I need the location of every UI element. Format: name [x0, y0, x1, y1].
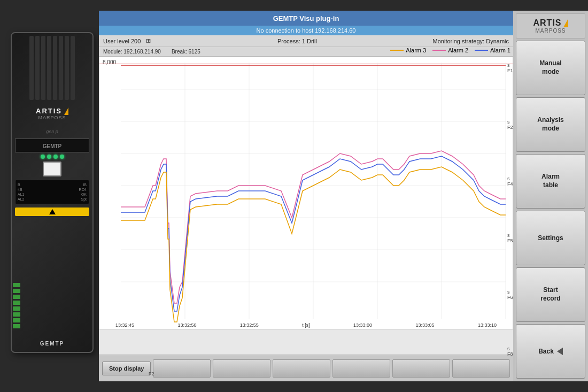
toolbar-empty-1 [153, 359, 211, 378]
device-bottom-label: GEMTP [40, 341, 65, 347]
device-body: ARTIS MARPOSS gen p GEMTP B [11, 32, 94, 353]
conn-pin-3 [13, 295, 20, 299]
back-arrow-icon [557, 348, 563, 355]
device-brand-area: ARTIS MARPOSS [12, 103, 92, 125]
title-bar: GEMTP Visu plug-in [99, 11, 513, 26]
x-label-unit: t [s] [302, 322, 310, 328]
logo-row: ARTIS [521, 18, 581, 28]
x-label-3: 13:32:55 [240, 322, 259, 328]
app-title: GEMTP Visu plug-in [273, 14, 339, 22]
right-sidebar: ARTIS MARPOSS sF1 Manualmode sF2 Analysi… [513, 11, 588, 381]
conn-pin-8 [13, 324, 20, 328]
f2-label: F2 [149, 371, 154, 376]
legend-alarm2: Alarm 2 [432, 47, 468, 53]
alarm1-line [475, 50, 488, 51]
f6-key-label: sF6 [507, 289, 513, 300]
stop-display-button[interactable]: Stop display [102, 362, 151, 375]
warning-triangle-icon [49, 209, 56, 214]
alarm-table-button[interactable]: Alarmtable [516, 154, 585, 209]
main-screen: GEMTP Visu plug-in No connection to host… [99, 11, 513, 381]
settings-label: Settings [538, 234, 563, 242]
ch-ok: OK [81, 193, 87, 196]
alarm-table-wrapper: sF4 Alarmtable [516, 154, 585, 209]
conn-pin-7 [13, 318, 20, 322]
x-label-2: 13:32:50 [177, 322, 196, 328]
toolbar-empty-3 [273, 359, 330, 378]
conn-pin-2 [13, 289, 20, 293]
ch-al1: AL1 [18, 193, 24, 196]
x-label-1: 13:32:45 [115, 322, 134, 328]
x-label-6: 13:33:10 [478, 322, 497, 328]
stop-display-label: Stop display [109, 365, 144, 372]
chart-area: 8,000 [99, 57, 513, 329]
light-2 [47, 155, 51, 159]
toolbar-empty-6 [452, 359, 510, 378]
legend-alarm3: Alarm 3 [390, 47, 426, 53]
model-text: GEMTP [43, 143, 62, 149]
alarm1-label: Alarm 1 [490, 47, 510, 53]
ch-4b: 4B [18, 188, 22, 191]
start-record-button[interactable]: Startrecord [516, 267, 585, 322]
back-button[interactable]: Back [516, 324, 585, 379]
light-1 [41, 155, 45, 159]
chart-legend: Alarm 3 Alarm 2 Alarm 1 [390, 47, 510, 53]
channel-area: B IB 4B RO4 AL1 OK AL2 Spt [15, 180, 89, 204]
alarm2-line [432, 50, 446, 51]
manual-mode-wrapper: sF1 Manualmode [516, 41, 585, 95]
analysis-mode-label: Analysismode [537, 116, 563, 132]
settings-wrapper: sF5 Settings [516, 211, 585, 265]
x-axis-labels: 13:32:45 13:32:50 13:32:55 t [s] 13:33:0… [99, 322, 513, 328]
ch-b: B [18, 183, 20, 187]
bottom-toolbar: Stop display F2 [99, 355, 513, 381]
green-connectors-left [12, 281, 21, 330]
conn-pin-5 [13, 306, 20, 311]
conn-pin-6 [13, 312, 20, 317]
process-info: Process: 1 Drill [161, 38, 432, 44]
artis-triangle-icon [64, 107, 68, 115]
gen-logo: gen p [12, 125, 92, 136]
monitoring-strategy: Monitoring strategy: Dynamic [433, 38, 509, 44]
ethernet-port [43, 162, 61, 176]
x-label-5: 13:33:05 [416, 322, 435, 328]
settings-button[interactable]: Settings [516, 211, 585, 265]
ch-spt: Spt [81, 197, 87, 201]
f8-key-label: sF8 [507, 346, 513, 357]
start-record-label: Startrecord [540, 286, 560, 302]
connection-status-bar: No connection to host 192.168.214.60 [99, 26, 513, 35]
toolbar-empty-2 [213, 359, 270, 378]
indicator-lights [12, 155, 92, 159]
user-level: User level 200 [103, 38, 141, 44]
analysis-mode-wrapper: sF2 Analysismode [516, 97, 585, 152]
channel-labels: B IB 4B RO4 AL1 OK AL2 Spt [18, 182, 87, 202]
chart-grid-svg [99, 57, 513, 329]
f4-key-label: sF4 [507, 176, 513, 187]
windows-icon: ⊞ [146, 37, 151, 44]
sidebar-triangle-icon [563, 19, 568, 27]
manual-mode-button[interactable]: Manualmode [516, 41, 585, 95]
x-label-4: 13:33:00 [353, 322, 372, 328]
sidebar-brand: ARTIS [533, 18, 562, 28]
toolbar-empty-4 [332, 359, 390, 378]
light-4 [60, 155, 64, 159]
connection-status-text: No connection to host 192.168.214.60 [257, 27, 356, 34]
heatsink-fins [12, 33, 92, 103]
manual-mode-label: Manualmode [539, 59, 561, 75]
legend-alarm1: Alarm 1 [475, 47, 510, 53]
device-brand-text: ARTIS [36, 107, 62, 115]
gen-text: gen p [46, 129, 58, 134]
module-info: Module: 192.168.214.90 [103, 49, 161, 55]
header-row: User level 200 ⊞ Process: 1 Drill Monito… [99, 35, 513, 47]
alarm3-line [390, 50, 404, 51]
conn-pin-1 [13, 283, 20, 287]
light-3 [53, 155, 58, 159]
back-label: Back [538, 348, 554, 355]
back-wrapper: sF8 Back [516, 324, 585, 379]
toolbar-empty-5 [392, 359, 450, 378]
ch-al2: AL2 [18, 197, 24, 201]
alarm3-label: Alarm 3 [406, 47, 426, 53]
analysis-mode-button[interactable]: Analysismode [516, 97, 585, 152]
model-label: GEMTP [15, 139, 89, 152]
ch-status: IB [83, 183, 87, 187]
alarm-table-label: Alarmtable [541, 173, 560, 189]
ch-ro4: RO4 [79, 188, 87, 191]
